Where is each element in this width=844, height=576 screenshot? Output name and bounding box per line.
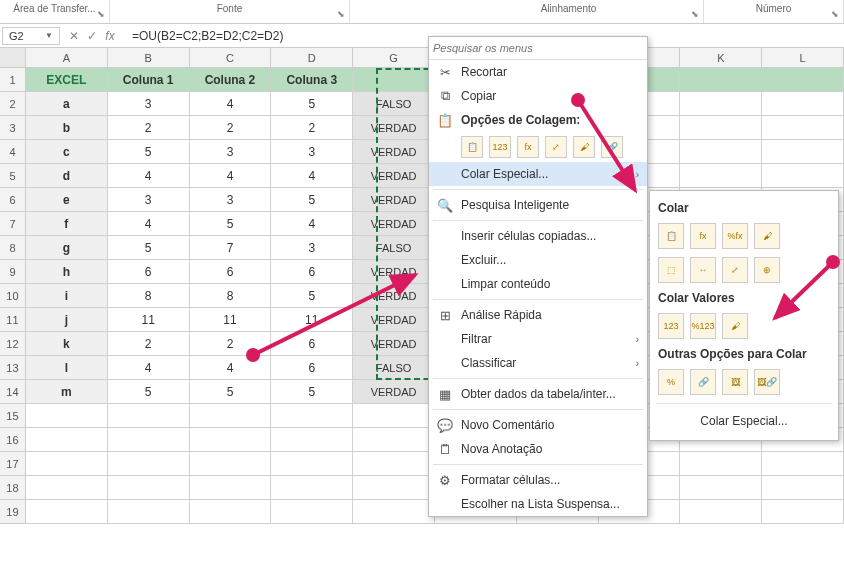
cell[interactable]: VERDAD — [353, 332, 435, 356]
cell[interactable] — [762, 68, 844, 92]
cell[interactable] — [680, 92, 762, 116]
col-header[interactable]: D — [271, 48, 353, 67]
cell[interactable] — [190, 476, 272, 500]
dialog-launcher-icon[interactable]: ⬊ — [689, 9, 701, 21]
menu-new-note[interactable]: 🗒 Nova Anotação — [429, 437, 647, 461]
cell[interactable]: 2 — [108, 332, 190, 356]
cell[interactable]: 3 — [271, 140, 353, 164]
cell[interactable]: 7 — [190, 236, 272, 260]
cell[interactable]: VERDAD — [353, 140, 435, 164]
paste-transpose-icon[interactable]: ⤢ — [545, 136, 567, 158]
cell[interactable] — [762, 500, 844, 524]
cell[interactable]: 5 — [108, 236, 190, 260]
cell[interactable] — [762, 452, 844, 476]
paste-keep-colwidth-icon[interactable]: ↔ — [690, 257, 716, 283]
cell[interactable] — [271, 428, 353, 452]
row-header[interactable]: 17 — [0, 452, 26, 476]
cell[interactable]: VERDAD — [353, 308, 435, 332]
cell[interactable]: 5 — [190, 380, 272, 404]
name-box[interactable]: G2 ▼ — [2, 27, 60, 45]
cell[interactable] — [108, 476, 190, 500]
cell[interactable]: 4 — [108, 212, 190, 236]
cell[interactable]: 5 — [190, 212, 272, 236]
cell[interactable] — [190, 404, 272, 428]
row-header[interactable]: 5 — [0, 164, 26, 188]
chevron-down-icon[interactable]: ▼ — [45, 31, 53, 40]
paste-all-icon[interactable]: 📋 — [658, 223, 684, 249]
paste-formulas-icon[interactable]: fx — [690, 223, 716, 249]
cell[interactable]: c — [26, 140, 108, 164]
cell[interactable]: 5 — [271, 92, 353, 116]
cell[interactable]: 2 — [271, 116, 353, 140]
cell[interactable]: 6 — [271, 356, 353, 380]
cell[interactable] — [271, 500, 353, 524]
col-header[interactable]: K — [680, 48, 762, 67]
cell[interactable] — [271, 404, 353, 428]
cell[interactable]: k — [26, 332, 108, 356]
row-header[interactable]: 4 — [0, 140, 26, 164]
cell[interactable]: VERDAD — [353, 116, 435, 140]
cell[interactable] — [26, 452, 108, 476]
cell[interactable] — [353, 68, 435, 92]
menu-new-comment[interactable]: 💬 Novo Comentário — [429, 413, 647, 437]
cell[interactable] — [26, 476, 108, 500]
cell[interactable]: FALSO — [353, 92, 435, 116]
cell[interactable]: 3 — [108, 92, 190, 116]
cell[interactable]: 4 — [108, 356, 190, 380]
row-header[interactable]: 18 — [0, 476, 26, 500]
paste-merge-cf-icon[interactable]: ⊕ — [754, 257, 780, 283]
cell[interactable]: 8 — [108, 284, 190, 308]
paste-transpose-icon[interactable]: ⤢ — [722, 257, 748, 283]
cell[interactable]: VERDAD — [353, 188, 435, 212]
menu-search[interactable] — [429, 37, 647, 60]
paste-link-icon[interactable]: 🔗 — [690, 369, 716, 395]
cell[interactable]: 4 — [271, 164, 353, 188]
cell[interactable]: 3 — [190, 188, 272, 212]
paste-formatting-icon[interactable]: 🖌 — [573, 136, 595, 158]
select-all-corner[interactable] — [0, 48, 26, 67]
cell[interactable] — [26, 428, 108, 452]
menu-format-cells[interactable]: ⚙ Formatar células... — [429, 468, 647, 492]
menu-delete[interactable]: Excluir... — [429, 248, 647, 272]
cell[interactable] — [108, 500, 190, 524]
cell[interactable]: a — [26, 92, 108, 116]
cell[interactable]: Coluna 3 — [271, 68, 353, 92]
cell[interactable]: FALSO — [353, 236, 435, 260]
cell[interactable]: 5 — [108, 140, 190, 164]
paste-values-numfmt-icon[interactable]: %123 — [690, 313, 716, 339]
cell[interactable]: h — [26, 260, 108, 284]
row-header[interactable]: 1 — [0, 68, 26, 92]
cell[interactable]: 11 — [108, 308, 190, 332]
cell[interactable]: 6 — [271, 332, 353, 356]
cell[interactable]: 2 — [108, 116, 190, 140]
cell[interactable]: 4 — [190, 164, 272, 188]
row-header[interactable]: 6 — [0, 188, 26, 212]
cell[interactable]: 5 — [271, 380, 353, 404]
cell[interactable] — [680, 476, 762, 500]
cell[interactable]: 2 — [190, 116, 272, 140]
cell[interactable] — [680, 140, 762, 164]
cell[interactable] — [353, 428, 435, 452]
cell[interactable] — [762, 116, 844, 140]
cell[interactable]: VERDAD — [353, 212, 435, 236]
menu-filter[interactable]: Filtrar › — [429, 327, 647, 351]
cell[interactable]: 6 — [190, 260, 272, 284]
cell[interactable] — [762, 92, 844, 116]
menu-smart-lookup[interactable]: 🔍 Pesquisa Inteligente — [429, 193, 647, 217]
paste-link-icon[interactable]: 🔗 — [601, 136, 623, 158]
cell[interactable]: 5 — [108, 380, 190, 404]
cell[interactable]: VERDAD — [353, 380, 435, 404]
menu-copy[interactable]: ⧉ Copiar — [429, 84, 647, 108]
cell[interactable] — [271, 452, 353, 476]
cell[interactable]: 8 — [190, 284, 272, 308]
row-header[interactable]: 19 — [0, 500, 26, 524]
cell[interactable] — [680, 68, 762, 92]
cell[interactable]: l — [26, 356, 108, 380]
cell[interactable]: Coluna 2 — [190, 68, 272, 92]
cell[interactable] — [680, 164, 762, 188]
dialog-launcher-icon[interactable]: ⬊ — [95, 9, 107, 21]
cell[interactable] — [680, 500, 762, 524]
cell[interactable]: 5 — [271, 188, 353, 212]
paste-formulas-numfmt-icon[interactable]: %fx — [722, 223, 748, 249]
submenu-paste-special-link[interactable]: Colar Especial... — [656, 408, 832, 434]
